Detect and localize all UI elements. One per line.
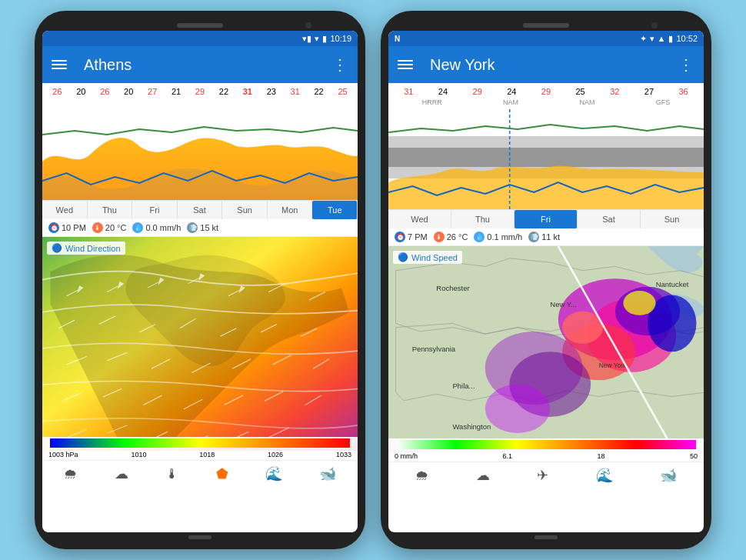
rain-info-ny: 💧 0.1 mm/h: [474, 232, 522, 242]
days-strip-athens: Wed Thu Fri Sat Sun Mon Tue: [42, 200, 358, 219]
n-logo-ny: N: [395, 35, 400, 43]
day-sun-athens[interactable]: Sun: [222, 201, 268, 219]
temp-strip-athens: 26 20 26 20 27 21 29 22 31 23 31 22 25: [42, 83, 358, 100]
svg-text:Washington: Washington: [452, 422, 491, 431]
home-button-athens[interactable]: [188, 535, 211, 539]
svg-text:Phila...: Phila...: [452, 382, 475, 390]
rain-value-athens: 0.0 mm/h: [145, 223, 181, 232]
scale-val-2: 18: [597, 452, 604, 460]
temp-strip-ny: 31 24 29 24 29 25 32 27 36 HRRR NAM NAM …: [388, 83, 704, 109]
clock-icon-athens: ⏰: [48, 222, 59, 233]
sea-layer-btn-ny[interactable]: 🐋: [660, 467, 677, 484]
day-thu-athens[interactable]: Thu: [88, 201, 133, 219]
temp-numbers-ny: 31 24 29 24 29 25 32 27 36: [388, 85, 704, 98]
model-label-hrrr: HRRR: [422, 98, 442, 106]
more-menu-ny[interactable]: ⋮: [678, 55, 694, 74]
alert-btn-athens[interactable]: ⬟: [216, 465, 228, 482]
phone-athens: ▾▮ ▾ ▮ 10:19 Athens ⋮ 26 20: [35, 11, 365, 549]
svg-point-54: [623, 291, 655, 315]
scale-val-1: 6.1: [502, 452, 512, 460]
day-sat-athens[interactable]: Sat: [178, 201, 223, 219]
wind-value-athens: 15 kt: [200, 223, 218, 232]
wifi-icon-ny: ▲: [658, 34, 666, 43]
wave-layer-btn-ny[interactable]: 🌊: [596, 467, 613, 484]
city-title-athens: Athens: [84, 56, 132, 74]
rain-info-athens: 💧 0.0 mm/h: [132, 222, 181, 233]
temp-info-athens: 🌡 20 °C: [92, 222, 127, 233]
day-fri-ny[interactable]: Fri: [515, 210, 578, 228]
map-area-ny[interactable]: 🔵 Wind Speed: [388, 246, 704, 462]
temp-icon-athens: 🌡: [92, 222, 103, 233]
map-area-athens[interactable]: 🔵 Wind Direction: [42, 237, 358, 460]
temp-info-ny: 🌡 26 °C: [434, 232, 468, 242]
svg-text:Pennsylvania: Pennsylvania: [412, 345, 456, 353]
speaker-ny: [523, 23, 569, 28]
info-strip-ny: ⏰ 7 PM 🌡 26 °C 💧 0.1 mm/h 💨 11 kt: [388, 228, 704, 246]
day-wed-ny[interactable]: Wed: [388, 210, 451, 228]
menu-button-ny[interactable]: [398, 60, 413, 69]
temp-numbers-athens: 26 20 26 20 27 21 29 22 31 23 31 22 25: [42, 85, 358, 98]
signal-icon-ny: ▾: [650, 34, 654, 44]
temp-icon-ny: 🌡: [434, 232, 445, 242]
status-time: 10:19: [330, 34, 351, 43]
temp-value-ny: 26 °C: [447, 232, 468, 242]
day-sat-ny[interactable]: Sat: [578, 210, 641, 228]
battery-icon: ▮: [322, 34, 327, 44]
wind-value-ny: 11 kt: [541, 232, 560, 242]
wave-layer-btn-athens[interactable]: 🌊: [265, 465, 282, 482]
svg-text:New Y...: New Y...: [550, 300, 577, 308]
camera-ny: [651, 22, 658, 28]
scale-val-0: 0 mm/h: [395, 452, 418, 460]
day-wed-athens[interactable]: Wed: [42, 201, 88, 219]
wind-info-athens: 💨 15 kt: [187, 222, 218, 233]
rain-icon-athens: 💧: [132, 222, 143, 233]
cloud-layer-btn-ny[interactable]: ☁: [476, 467, 490, 484]
temp-value-athens: 20 °C: [105, 223, 127, 232]
scale-labels-athens: 1003 hPa 1010 1018 1026 1033: [42, 451, 358, 460]
day-sun-ny[interactable]: Sun: [641, 210, 704, 228]
clock-icon-ny: ⏰: [395, 232, 405, 242]
home-button-ny[interactable]: [535, 535, 558, 539]
svg-text:New York: New York: [599, 362, 627, 369]
svg-rect-42: [388, 148, 704, 167]
svg-rect-64: [396, 440, 696, 449]
svg-text:Nantucket: Nantucket: [656, 280, 689, 288]
city-title-ny: New York: [430, 56, 495, 74]
camera-athens: [305, 22, 311, 28]
day-mon-athens[interactable]: Mon: [268, 201, 313, 219]
wifi-icon: ▾: [315, 34, 319, 44]
scale-labels-ny: 0 mm/h 6.1 18 50: [388, 452, 704, 462]
bottom-bar-athens: 🌧 ☁ 🌡 ⬟ 🌊 🐋: [42, 460, 358, 487]
svg-point-52: [485, 385, 551, 433]
time-info-athens: ⏰ 10 PM: [48, 222, 86, 233]
app-header-ny: New York ⋮: [388, 46, 704, 83]
model-label-nam2: NAM: [579, 98, 594, 106]
chart-area-athens: [42, 100, 358, 200]
rain-layer-btn-ny[interactable]: 🌧: [415, 468, 429, 484]
rain-value-ny: 0.1 mm/h: [487, 232, 522, 242]
svg-text:Rochester: Rochester: [436, 284, 469, 292]
plane-icon-ny[interactable]: ✈: [537, 467, 548, 484]
cloud-layer-btn-athens[interactable]: ☁: [115, 465, 128, 482]
scale-bar-athens: 1003 hPa 1010 1018 1026 1033: [42, 437, 358, 460]
day-fri-athens[interactable]: Fri: [132, 201, 178, 219]
time-value-ny: 7 PM: [408, 232, 428, 242]
bottom-bar-ny: 🌧 ☁ ✈ 🌊 🐋: [388, 462, 704, 488]
model-label-nam1: NAM: [503, 98, 518, 106]
chart-area-ny: [388, 109, 704, 209]
day-thu-ny[interactable]: Thu: [451, 210, 515, 228]
phone-newyork: N ✦ ▾ ▲ ▮ 10:52 New York ⋮: [381, 11, 711, 549]
rain-icon-ny: 💧: [474, 232, 485, 242]
more-menu-athens[interactable]: ⋮: [332, 55, 348, 74]
day-tue-athens[interactable]: Tue: [312, 201, 358, 219]
sea-layer-btn-athens[interactable]: 🐋: [319, 465, 336, 482]
temp-layer-btn-athens[interactable]: 🌡: [165, 466, 179, 482]
scale-bar-ny: 0 mm/h 6.1 18 50: [388, 438, 704, 462]
wind-info-ny: 💨 11 kt: [528, 232, 560, 242]
bluetooth-icon-ny: ✦: [640, 34, 647, 44]
status-bar-athens: ▾▮ ▾ ▮ 10:19: [42, 31, 358, 46]
svg-rect-40: [50, 438, 350, 448]
rain-layer-btn-athens[interactable]: 🌧: [64, 466, 78, 482]
menu-button-athens[interactable]: [52, 60, 67, 69]
layer-label-athens: 🔵 Wind Direction: [47, 242, 125, 255]
